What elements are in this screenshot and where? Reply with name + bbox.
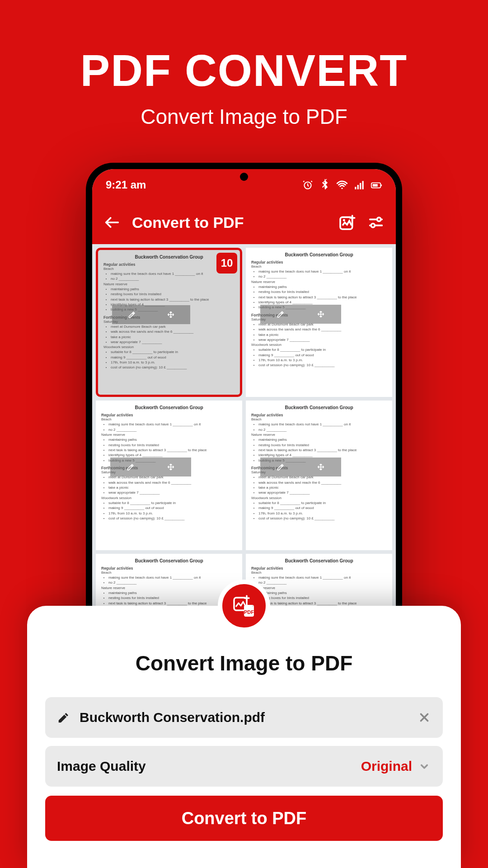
page-thumbnail[interactable]: Buckworth Conservation Group Regular act… bbox=[96, 248, 242, 397]
filename-field[interactable]: Buckworth Conservation.pdf bbox=[45, 697, 443, 738]
thumb-doc-title: Buckworth Conservation Group bbox=[251, 558, 387, 563]
move-icon bbox=[166, 462, 175, 472]
signal-icon bbox=[353, 179, 365, 191]
svg-rect-2 bbox=[355, 187, 356, 189]
page-thumbnail[interactable]: Buckworth Conservation Group Regular act… bbox=[246, 248, 392, 397]
svg-rect-8 bbox=[373, 184, 378, 187]
thumb-doc-title: Buckworth Conservation Group bbox=[251, 405, 387, 410]
edit-icon bbox=[127, 310, 136, 319]
back-icon[interactable] bbox=[103, 213, 121, 231]
chevron-down-icon bbox=[418, 760, 431, 773]
hero-subtitle: Convert Image to PDF bbox=[0, 104, 488, 129]
appbar: Convert to PDF bbox=[92, 201, 396, 244]
quality-value: Original bbox=[361, 759, 412, 774]
status-time: 9:21 am bbox=[106, 179, 146, 191]
svg-text:PDF: PDF bbox=[244, 609, 254, 615]
wifi-icon bbox=[336, 179, 348, 191]
svg-rect-7 bbox=[381, 184, 382, 186]
move-icon bbox=[316, 310, 325, 319]
svg-rect-5 bbox=[362, 181, 364, 189]
bottom-sheet: PDF Convert Image to PDF Buckworth Conse… bbox=[27, 606, 461, 868]
thumb-overlay[interactable] bbox=[260, 458, 341, 476]
thumb-doc-title: Buckworth Conservation Group bbox=[101, 405, 237, 410]
appbar-title: Convert to PDF bbox=[132, 214, 327, 231]
quality-label: Image Quality bbox=[57, 759, 361, 774]
convert-button[interactable]: Convert to PDF bbox=[45, 796, 443, 841]
quality-field[interactable]: Image Quality Original bbox=[45, 746, 443, 787]
edit-icon bbox=[57, 711, 70, 724]
edit-icon bbox=[276, 462, 285, 472]
filename-text: Buckworth Conservation.pdf bbox=[80, 710, 418, 725]
bluetooth-icon bbox=[319, 179, 331, 191]
svg-point-10 bbox=[343, 219, 345, 222]
edit-icon bbox=[126, 462, 135, 472]
move-icon bbox=[316, 462, 325, 472]
svg-rect-3 bbox=[357, 185, 359, 189]
settings-icon[interactable] bbox=[367, 213, 385, 231]
phone-camera bbox=[240, 173, 248, 181]
thumb-doc-title: Buckworth Conservation Group bbox=[101, 558, 237, 563]
edit-icon bbox=[276, 310, 285, 319]
battery-icon bbox=[371, 179, 382, 191]
svg-point-12 bbox=[371, 224, 375, 227]
page-thumbnail[interactable]: Buckworth Conservation Group Regular act… bbox=[246, 401, 392, 550]
move-icon bbox=[166, 310, 175, 319]
svg-point-11 bbox=[377, 217, 381, 221]
thumb-doc-title: Buckworth Conservation Group bbox=[103, 255, 235, 259]
thumb-doc-title: Buckworth Conservation Group bbox=[251, 252, 387, 257]
page-thumbnail[interactable]: Buckworth Conservation Group Regular act… bbox=[96, 401, 242, 550]
alarm-icon bbox=[302, 179, 314, 191]
svg-point-1 bbox=[341, 188, 343, 189]
add-image-icon[interactable] bbox=[338, 213, 356, 231]
selection-badge: 10 bbox=[216, 253, 237, 274]
hero-title: PDF CONVERT bbox=[0, 45, 488, 96]
close-icon[interactable] bbox=[418, 711, 431, 724]
svg-rect-4 bbox=[360, 183, 361, 189]
thumb-overlay[interactable] bbox=[110, 458, 191, 476]
sheet-title: Convert Image to PDF bbox=[45, 651, 443, 675]
thumb-overlay[interactable] bbox=[260, 305, 341, 324]
thumb-overlay[interactable] bbox=[112, 305, 190, 324]
sheet-pdf-icon: PDF bbox=[218, 580, 270, 632]
